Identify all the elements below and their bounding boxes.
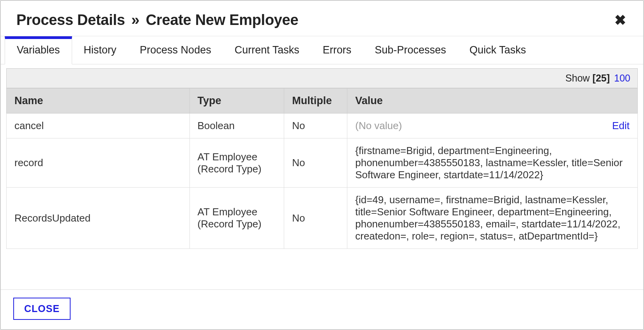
edit-link[interactable]: Edit: [612, 120, 630, 132]
cell-multiple: No: [284, 188, 347, 249]
cell-multiple: No: [284, 114, 347, 138]
tab-errors[interactable]: Errors: [311, 36, 363, 64]
close-icon[interactable]: ✖: [613, 12, 628, 29]
tab-current-tasks[interactable]: Current Tasks: [223, 36, 311, 64]
tabs: VariablesHistoryProcess NodesCurrent Tas…: [1, 36, 643, 64]
table-row: RecordsUpdatedAT Employee (Record Type)N…: [7, 188, 638, 249]
cell-value: {id=49, username=, firstname=Brigid, las…: [347, 188, 638, 249]
title-suffix: Create New Employee: [146, 12, 298, 28]
cell-type: Boolean: [189, 114, 284, 138]
dialog-title: Process Details » Create New Employee: [16, 12, 298, 28]
table-row: recordAT Employee (Record Type)No{firstn…: [7, 138, 638, 188]
cell-value: {firstname=Brigid, department=Engineerin…: [347, 138, 638, 188]
value-text: (No value): [355, 120, 402, 132]
cell-type: AT Employee (Record Type): [189, 188, 284, 249]
show-label: Show: [565, 73, 590, 83]
title-separator: »: [129, 12, 142, 28]
col-multiple: Multiple: [284, 89, 347, 114]
cell-name: RecordsUpdated: [7, 188, 190, 249]
cell-type: AT Employee (Record Type): [189, 138, 284, 188]
tab-quick-tasks[interactable]: Quick Tasks: [458, 36, 538, 64]
table-header-row: Name Type Multiple Value: [7, 89, 638, 114]
col-value: Value: [347, 89, 638, 114]
close-button[interactable]: CLOSE: [13, 298, 71, 320]
table-row: cancelBooleanNo(No value)Edit: [7, 114, 638, 138]
cell-name: cancel: [7, 114, 190, 138]
col-name: Name: [7, 89, 190, 114]
tab-variables[interactable]: Variables: [5, 36, 72, 64]
tab-history[interactable]: History: [72, 36, 128, 64]
page-size-option[interactable]: 100: [614, 73, 630, 83]
tab-content: Show [25] 100 Name Type Multiple Value c…: [1, 64, 643, 289]
title-prefix: Process Details: [16, 12, 125, 28]
pagination-bar: Show [25] 100: [6, 68, 638, 88]
cell-multiple: No: [284, 138, 347, 188]
process-details-dialog: Process Details » Create New Employee ✖ …: [0, 0, 644, 330]
cell-name: record: [7, 138, 190, 188]
value-text: {id=49, username=, firstname=Brigid, las…: [355, 194, 630, 242]
tab-sub-processes[interactable]: Sub-Processes: [363, 36, 458, 64]
col-type: Type: [189, 89, 284, 114]
tab-process-nodes[interactable]: Process Nodes: [128, 36, 223, 64]
dialog-header: Process Details » Create New Employee ✖: [1, 1, 643, 36]
dialog-footer: CLOSE: [1, 289, 643, 329]
cell-value: (No value)Edit: [347, 114, 638, 138]
page-size-selected: [25]: [593, 73, 610, 83]
variables-table: Name Type Multiple Value cancelBooleanNo…: [6, 88, 638, 249]
value-text: {firstname=Brigid, department=Engineerin…: [355, 145, 630, 181]
